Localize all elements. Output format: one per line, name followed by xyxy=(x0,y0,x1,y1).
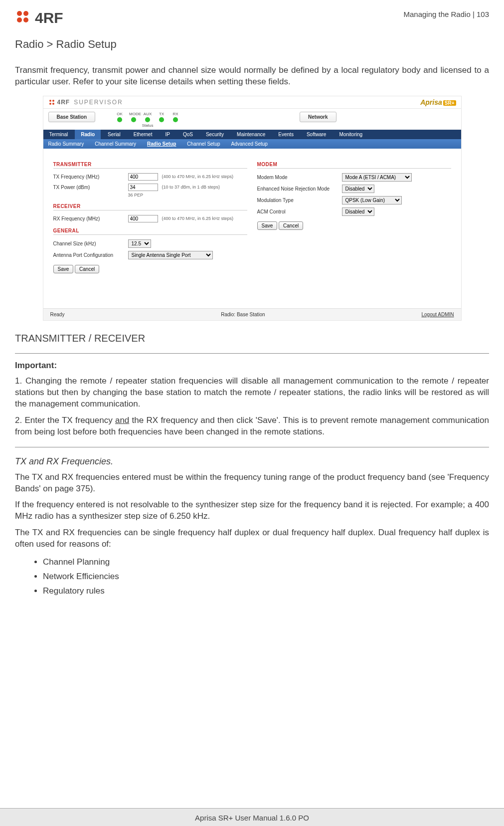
modem-mode-label: Modem Mode xyxy=(257,175,342,180)
nav-item-serial[interactable]: Serial xyxy=(102,130,127,139)
led-header: MODE xyxy=(129,112,138,116)
led-header: AUX xyxy=(143,112,152,116)
subnav-item-channel-summary[interactable]: Channel Summary xyxy=(90,139,141,149)
nav-item-security[interactable]: Security xyxy=(200,130,230,139)
antenna-port-select[interactable]: Single Antenna Single Port xyxy=(128,251,213,259)
nav-item-ip[interactable]: IP xyxy=(159,130,175,139)
freq-para-3: The TX and RX frequencies can be single … xyxy=(15,527,489,550)
tx-power-hint: (10 to 37 dBm, in 1 dB steps) xyxy=(162,185,220,190)
logout-link[interactable]: Logout ADMIN xyxy=(421,312,454,317)
nav-item-software[interactable]: Software xyxy=(301,130,332,139)
list-item: Network Efficiencies xyxy=(43,570,489,584)
nav-item-ethernet[interactable]: Ethernet xyxy=(128,130,159,139)
subnav-item-advanced-setup[interactable]: Advanced Setup xyxy=(226,139,273,149)
receiver-header: RECEIVER xyxy=(53,204,247,210)
channel-size-label: Channel Size (kHz) xyxy=(53,241,128,246)
ss-brand: 4RF SUPERVISOR xyxy=(48,99,123,106)
tx-freq-input[interactable] xyxy=(128,173,158,181)
reasons-list: Channel PlanningNetwork EfficienciesRegu… xyxy=(15,555,489,599)
svg-point-2 xyxy=(17,17,22,22)
ss-logo-dots-icon xyxy=(48,99,55,106)
svg-point-4 xyxy=(49,100,51,102)
acm-label: ACM Control xyxy=(257,209,342,214)
save-button-left[interactable]: Save xyxy=(53,265,74,273)
important-note-1: 1. Changing the remote / repeater statio… xyxy=(15,376,489,410)
nav-item-maintenance[interactable]: Maintenance xyxy=(231,130,271,139)
tx-rx-freq-subtitle: TX and RX Frequencies. xyxy=(15,456,489,467)
transmitter-receiver-heading: TRANSMITTER / RECEIVER xyxy=(15,333,489,344)
status-ready: Ready xyxy=(50,312,65,317)
header-page-info: Managing the Radio | 103 xyxy=(403,9,489,18)
led-header: TX xyxy=(157,112,166,116)
tx-power-label: TX Power (dBm) xyxy=(53,185,128,190)
modem-header: MODEM xyxy=(257,162,451,169)
tx-freq-hint: (400 to 470 MHz, in 6.25 kHz steps) xyxy=(162,174,234,179)
svg-point-1 xyxy=(23,11,28,16)
page-title: Radio > Radio Setup xyxy=(15,38,489,51)
important-title: Important: xyxy=(15,361,489,371)
save-button-right[interactable]: Save xyxy=(257,221,278,230)
list-item: Channel Planning xyxy=(43,555,489,570)
nav-item-radio[interactable]: Radio xyxy=(75,130,101,139)
status-leds: OKMODEAUXTXRX Status xyxy=(115,112,180,128)
sub-nav: Radio SummaryChannel SummaryRadio SetupC… xyxy=(43,139,461,149)
rx-freq-hint: (400 to 470 MHz, in 6.25 kHz steps) xyxy=(162,216,234,221)
svg-point-0 xyxy=(17,11,22,16)
channel-size-select[interactable]: 12.5 xyxy=(128,239,151,248)
rx-freq-input[interactable] xyxy=(128,215,158,222)
logo-4rf: 4RF xyxy=(15,9,63,27)
ss-aprisa-logo: AprisaSR+ xyxy=(420,98,456,106)
rx-freq-label: RX Frequency (MHz) xyxy=(53,216,128,221)
tx-power-note: 36 PEP xyxy=(128,193,247,200)
status-radio: Radio: Base Station xyxy=(221,312,265,317)
svg-point-5 xyxy=(52,100,54,102)
cancel-button-left[interactable]: Cancel xyxy=(75,265,99,273)
logo-dots-icon xyxy=(15,9,33,27)
base-station-tab[interactable]: Base Station xyxy=(48,112,96,122)
nav-item-terminal[interactable]: Terminal xyxy=(43,130,74,139)
general-header: GENERAL xyxy=(53,228,247,235)
subnav-item-radio-setup[interactable]: Radio Setup xyxy=(142,139,181,149)
mod-type-select[interactable]: QPSK (Low Gain) xyxy=(342,196,402,205)
important-note-2: 2. Enter the TX frequency and the RX fre… xyxy=(15,415,489,438)
led-header: RX xyxy=(171,112,180,116)
enr-label: Enhanced Noise Rejection Mode xyxy=(257,186,342,192)
network-tab[interactable]: Network xyxy=(300,112,336,122)
mod-type-label: Modulation Type xyxy=(257,198,342,203)
acm-select[interactable]: Disabled xyxy=(342,207,374,216)
subnav-item-radio-summary[interactable]: Radio Summary xyxy=(43,139,89,149)
nav-item-monitoring[interactable]: Monitoring xyxy=(333,130,368,139)
list-item: Regulatory rules xyxy=(43,584,489,599)
led-header: OK xyxy=(115,112,124,116)
supervisor-screenshot: 4RF SUPERVISOR AprisaSR+ Base Station OK… xyxy=(43,96,462,321)
cancel-button-right[interactable]: Cancel xyxy=(279,221,303,230)
svg-point-6 xyxy=(49,103,51,105)
intro-paragraph: Transmit frequency, transmit power and c… xyxy=(15,65,489,88)
tx-freq-label: TX Frequency (MHz) xyxy=(53,174,128,180)
tx-power-input[interactable] xyxy=(128,184,158,191)
svg-point-7 xyxy=(52,103,54,105)
svg-point-3 xyxy=(23,17,28,22)
logo-text: 4RF xyxy=(35,9,63,26)
divider xyxy=(15,447,489,447)
subnav-item-channel-setup[interactable]: Channel Setup xyxy=(182,139,225,149)
freq-para-2: If the frequency entered is not resolvab… xyxy=(15,499,489,522)
nav-item-events[interactable]: Events xyxy=(272,130,300,139)
freq-para-1: The TX and RX frequencies entered must b… xyxy=(15,472,489,495)
divider xyxy=(15,353,489,354)
nav-item-qos[interactable]: QoS xyxy=(177,130,199,139)
modem-mode-select[interactable]: Mode A (ETSI / ACMA) xyxy=(342,173,412,182)
antenna-port-label: Antenna Port Configuration xyxy=(53,252,128,258)
enr-select[interactable]: Disabled xyxy=(342,185,374,193)
page-footer: Aprisa SR+ User Manual 1.6.0 PO xyxy=(0,808,504,826)
main-nav: TerminalRadioSerialEthernetIPQoSSecurity… xyxy=(43,130,461,139)
transmitter-header: TRANSMITTER xyxy=(53,162,247,169)
